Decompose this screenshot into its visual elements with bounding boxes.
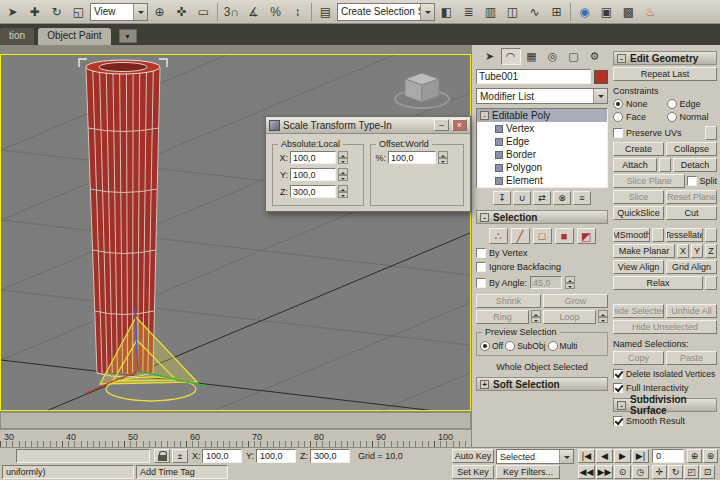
make-planar-x-button[interactable]: X	[677, 244, 689, 258]
object-name-field[interactable]: Tube001	[476, 69, 591, 84]
coord-y-field[interactable]: 100,0	[256, 449, 296, 463]
grow-button[interactable]: Grow	[543, 294, 608, 308]
curve-editor-icon[interactable]: ∿	[524, 2, 545, 22]
auto-key-button[interactable]: Auto Key	[452, 449, 494, 463]
hide-unselected-button[interactable]: Hide Unselected	[613, 320, 717, 334]
hide-selected-button[interactable]: Hide Selected	[613, 304, 664, 318]
key-selection-dropdown[interactable]: Selected	[496, 449, 574, 464]
relax-button[interactable]: Relax	[613, 276, 703, 290]
coord-x-field[interactable]: 100,0	[202, 449, 242, 463]
msmooth-button[interactable]: MSmooth	[613, 228, 650, 242]
subdivision-surface-rollout-header[interactable]: - Subdivision Surface	[613, 398, 717, 412]
graphite-ribbon-toggle-icon[interactable]: ◫	[502, 2, 523, 22]
tab-motion-icon[interactable]: ◎	[543, 48, 563, 65]
angle-snap-icon[interactable]: ∡	[243, 2, 264, 22]
zoom-all-icon[interactable]: ⊛	[703, 449, 718, 463]
stack-item-edge[interactable]: Edge	[477, 135, 607, 148]
collapse-icon[interactable]: -	[480, 213, 489, 222]
slice-plane-button[interactable]: Slice Plane	[613, 174, 685, 188]
quickslice-button[interactable]: QuickSlice	[613, 206, 664, 220]
absolute-z-spinner[interactable]	[338, 185, 348, 198]
stack-item-polygon[interactable]: Polygon	[477, 161, 607, 174]
reference-coordinate-dropdown[interactable]: View	[90, 3, 148, 21]
current-frame-field[interactable]: 0	[652, 449, 684, 463]
rendered-frame-window-icon[interactable]: ▩	[618, 2, 639, 22]
slice-button[interactable]: Slice	[613, 190, 664, 204]
close-icon[interactable]: ×	[452, 119, 467, 131]
ring-button[interactable]: Ring	[476, 310, 529, 324]
edit-named-selection-sets-icon[interactable]: ▤	[315, 2, 336, 22]
maximize-viewport-icon[interactable]: ◰	[684, 465, 699, 479]
unhide-all-button[interactable]: Unhide All	[666, 304, 717, 318]
constraint-normal-radio[interactable]	[667, 112, 677, 122]
select-and-rotate-icon[interactable]: ↻	[46, 2, 67, 22]
show-end-result-icon[interactable]: ∪	[513, 191, 531, 205]
chevron-down-icon[interactable]	[593, 89, 607, 103]
tab-modify-icon[interactable]: ◠	[501, 48, 521, 65]
element-subobject-icon[interactable]: ◩	[577, 228, 596, 244]
constraint-edge-radio[interactable]	[667, 99, 677, 109]
coord-z-field[interactable]: 300,0	[310, 449, 350, 463]
time-configuration-button[interactable]: ◷	[632, 465, 649, 479]
make-planar-y-button[interactable]: Y	[691, 244, 703, 258]
chevron-down-icon[interactable]	[420, 4, 434, 20]
mirror-icon[interactable]: ◧	[436, 2, 457, 22]
soft-selection-rollout-header[interactable]: + Soft Selection	[476, 377, 608, 391]
align-icon[interactable]: ≣	[458, 2, 479, 22]
remove-modifier-icon[interactable]: ⊗	[553, 191, 571, 205]
offset-percent-field[interactable]: 100,0	[388, 151, 436, 164]
paste-button[interactable]: Paste	[666, 351, 717, 365]
smooth-result-checkbox[interactable]	[613, 416, 623, 426]
object-color-swatch[interactable]	[594, 70, 608, 84]
snaps-toggle-icon[interactable]: 3∩	[221, 2, 242, 22]
go-to-start-button[interactable]: |◀	[578, 449, 595, 463]
border-subobject-icon[interactable]: □	[533, 228, 552, 244]
by-vertex-checkbox[interactable]	[476, 248, 486, 258]
play-button[interactable]: ▶	[614, 449, 631, 463]
preview-subobj-radio[interactable]	[505, 341, 515, 351]
tab-utilities-icon[interactable]: ⚙	[585, 48, 605, 65]
tab-create-icon[interactable]: ➤	[480, 48, 500, 65]
delete-isolated-vertices-checkbox[interactable]	[613, 369, 623, 379]
previous-frame-button[interactable]: ◀	[596, 449, 613, 463]
ribbon-tab-object-paint[interactable]: Object Paint	[38, 28, 110, 45]
orbit-icon[interactable]: ↻	[668, 465, 683, 479]
tab-display-icon[interactable]: ▢	[564, 48, 584, 65]
tessellate-settings-button[interactable]	[705, 228, 717, 242]
create-selection-set-input[interactable]: Create Selection Se	[337, 3, 435, 21]
make-planar-button[interactable]: Make Planar	[613, 244, 675, 258]
add-time-tag[interactable]: Add Time Tag	[136, 465, 228, 479]
key-mode-toggle[interactable]: ⊙	[614, 465, 631, 479]
chevron-down-icon[interactable]	[133, 4, 147, 20]
view-align-button[interactable]: View Align	[613, 260, 664, 274]
selection-rollout-header[interactable]: - Selection	[476, 210, 608, 224]
ring-spinner[interactable]	[531, 310, 541, 323]
make-planar-z-button[interactable]: Z	[705, 244, 717, 258]
collapse-button[interactable]: Collapse	[666, 142, 717, 156]
constraint-face-radio[interactable]	[613, 112, 623, 122]
dialog-title-bar[interactable]: Scale Transform Type-In – ×	[266, 117, 470, 134]
vertex-subobject-icon[interactable]: ∴	[489, 228, 508, 244]
chevron-down-icon[interactable]	[559, 450, 573, 463]
viewport-perspective[interactable]	[0, 54, 471, 411]
select-object-icon[interactable]: ➤	[2, 2, 23, 22]
stack-item-vertex[interactable]: Vertex	[477, 122, 607, 135]
render-production-icon[interactable]: ♨	[640, 2, 661, 22]
key-filters-button[interactable]: Key Filters...	[496, 465, 560, 479]
collapse-icon[interactable]: -	[617, 54, 626, 63]
detach-button[interactable]: Detach	[673, 158, 717, 172]
absolute-x-spinner[interactable]	[338, 151, 348, 164]
tab-hierarchy-icon[interactable]: ▦	[522, 48, 542, 65]
use-pivot-point-center-icon[interactable]: ⊕	[149, 2, 170, 22]
configure-modifier-sets-icon[interactable]: ≡	[573, 191, 591, 205]
grid-align-button[interactable]: Grid Align	[666, 260, 717, 274]
zoom-icon[interactable]: ⊕	[687, 449, 702, 463]
stack-item-border[interactable]: Border	[477, 148, 607, 161]
pan-icon[interactable]: ✛	[652, 465, 667, 479]
tessellate-button[interactable]: Tessellate	[666, 228, 703, 242]
by-angle-field[interactable]: 45,0	[530, 276, 562, 289]
minimize-icon[interactable]: –	[434, 119, 449, 131]
preserve-uvs-settings-button[interactable]	[705, 126, 717, 140]
absolute-mode-toggle[interactable]: ±	[172, 449, 188, 463]
selection-lock-toggle[interactable]	[154, 449, 170, 463]
